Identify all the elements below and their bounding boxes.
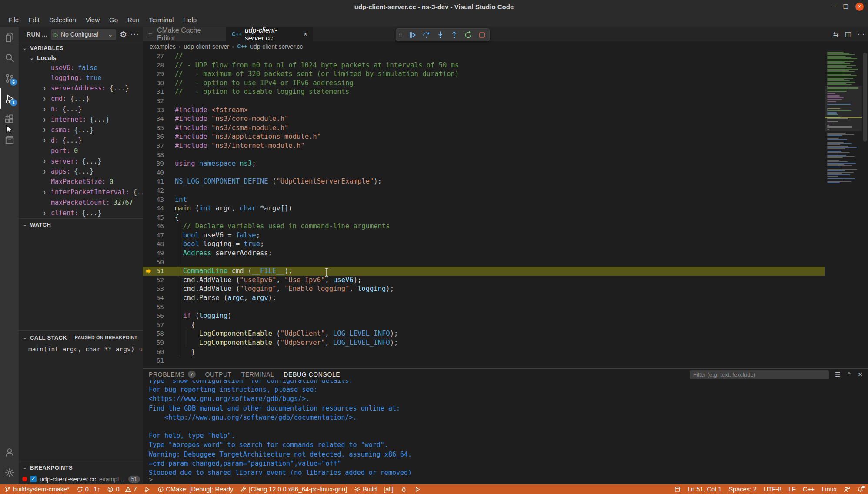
variable-row[interactable]: ❯apps:{...} — [19, 167, 143, 177]
status-item-linux[interactable]: Linux — [821, 486, 837, 493]
variable-row[interactable]: ❯csma:{...} — [19, 125, 143, 135]
line-number[interactable]: 60 — [143, 347, 164, 357]
code-line-47[interactable]: 47 bool useV6 = false; — [143, 231, 825, 240]
stack-frame[interactable]: main(int argc, char ** argv) u. — [19, 344, 143, 354]
line-number[interactable]: 44 — [143, 204, 164, 213]
close-tab-icon[interactable]: × — [304, 30, 307, 38]
code-line-50[interactable]: 50 — [143, 258, 825, 267]
more-actions-icon[interactable]: ··· — [858, 30, 865, 38]
code-line-30[interactable]: 30// - option to use IPv4 or IPv6 addres… — [143, 79, 825, 88]
step-into-button[interactable] — [435, 30, 445, 40]
code-line-53[interactable]: 53 cmd.AddValue ("logging", "Enable logg… — [143, 284, 825, 294]
breadcrumb-item[interactable]: udp-client-server — [184, 43, 229, 50]
minimap[interactable] — [825, 52, 862, 368]
status-item-ln-51-col-1[interactable]: Ln 51, Col 1 — [688, 486, 721, 493]
status-item-play[interactable] — [414, 486, 421, 493]
line-number[interactable]: 32 — [143, 97, 164, 106]
status-item-spaces-2[interactable]: Spaces: 2 — [728, 486, 757, 493]
panel-tab-output[interactable]: OUTPUT — [205, 369, 232, 380]
variables-header[interactable]: ⌄ VARIABLES — [19, 42, 143, 53]
code-editor[interactable]: 27//28// - UDP flow from n0 to n1 of 102… — [143, 52, 868, 368]
line-number[interactable]: 45 — [143, 213, 164, 222]
panel-tab-terminal[interactable]: TERMINAL — [241, 369, 274, 380]
step-out-button[interactable] — [449, 30, 459, 40]
menu-item-terminal[interactable]: Terminal — [144, 14, 179, 26]
vertical-scrollbar[interactable] — [862, 52, 868, 368]
breadcrumb-item[interactable]: udp-client-server.cc — [250, 43, 303, 50]
line-number[interactable]: 33 — [143, 106, 164, 115]
split-editor-icon[interactable]: ◫ — [845, 30, 851, 38]
more-actions-icon[interactable]: ··· — [130, 30, 139, 39]
menu-item-help[interactable]: Help — [178, 14, 201, 26]
line-number[interactable]: 56 — [143, 311, 164, 320]
breadcrumb-item[interactable]: examples — [150, 43, 176, 50]
code-line-59[interactable]: 59 LogComponentEnable ("UdpServer", LOG_… — [143, 338, 825, 347]
status-item-info[interactable]: CMake: [Debug]: Ready — [157, 486, 234, 493]
code-line-31[interactable]: 31// - option to disable logging stateme… — [143, 87, 825, 97]
variable-row[interactable]: ❯internet:{...} — [19, 114, 143, 125]
variable-row[interactable]: ❯cmd:{...} — [19, 93, 143, 104]
code-line-51[interactable]: 51 CommandLine cmd (__FILE__); — [143, 267, 825, 276]
line-number[interactable]: 58 — [143, 329, 164, 338]
activity-item-run-and-debug[interactable]: 1 — [0, 88, 19, 109]
status-item-sync[interactable]: 0↓ 1↑ — [77, 486, 100, 493]
line-number[interactable]: 37 — [143, 141, 164, 150]
debug-console-input[interactable]: > — [143, 475, 868, 484]
editor-tab-udp-client-server-cc[interactable]: C++udp-client-server.cc× — [227, 27, 313, 41]
variable-row[interactable]: ❯client:{...} — [19, 208, 143, 218]
chevron-right-icon[interactable]: ❯ — [43, 86, 51, 91]
console-filter-input[interactable] — [690, 370, 829, 379]
chevron-right-icon[interactable]: ❯ — [43, 190, 51, 195]
chevron-right-icon[interactable]: ❯ — [43, 169, 51, 174]
line-number[interactable]: 46 — [143, 222, 164, 231]
code-line-36[interactable]: 36#include "ns3/applications-module.h" — [143, 132, 825, 141]
restart-button[interactable] — [463, 30, 473, 40]
line-number[interactable]: 42 — [143, 186, 164, 195]
variable-row[interactable]: ❯server:{...} — [19, 156, 143, 167]
code-line-39[interactable]: 39using namespace ns3; — [143, 159, 825, 168]
code-line-57[interactable]: 57 { — [143, 320, 825, 330]
line-number[interactable]: 50 — [143, 258, 164, 267]
start-debug-icon[interactable]: ▷ — [54, 31, 58, 38]
status-item-utf-8[interactable]: UTF-8 — [764, 486, 781, 493]
activity-item-cmake[interactable] — [0, 129, 19, 150]
line-number[interactable]: 47 — [143, 231, 164, 240]
code-line-35[interactable]: 35#include "ns3/csma-module.h" — [143, 124, 825, 133]
step-over-button[interactable] — [421, 30, 431, 40]
menu-item-file[interactable]: File — [3, 14, 23, 26]
menu-item-run[interactable]: Run — [123, 14, 144, 26]
code-line-41[interactable]: 41NS_LOG_COMPONENT_DEFINE ("UdpClientSer… — [143, 177, 825, 186]
line-number[interactable]: 54 — [143, 294, 164, 303]
line-number[interactable]: 52 — [143, 276, 164, 285]
maximize-panel-icon[interactable]: ⌃ — [847, 371, 852, 378]
variable-row[interactable]: port:0 — [19, 146, 143, 156]
activity-item-source-control[interactable]: 6 — [0, 68, 19, 88]
status-item-tools[interactable]: [Clang 12.0.0 x86_64-pc-linux-gnu] — [240, 486, 347, 493]
activity-item-settings[interactable] — [0, 462, 19, 483]
line-number[interactable]: 57 — [143, 320, 164, 330]
line-number[interactable]: 29 — [143, 70, 164, 79]
line-number[interactable]: 34 — [143, 114, 164, 124]
code-line-44[interactable]: 44main (int argc, char *argv[]) — [143, 204, 825, 213]
locals-scope[interactable]: ⌄ Locals — [19, 53, 143, 63]
code-line-33[interactable]: 33#include <fstream> — [143, 106, 825, 115]
line-number[interactable]: 43 — [143, 195, 164, 204]
chevron-right-icon[interactable]: ❯ — [43, 127, 51, 133]
code-line-45[interactable]: 45{ — [143, 213, 825, 222]
status-item-feedback[interactable] — [844, 486, 850, 493]
status-item-branch[interactable]: buildsystem-cmake* — [4, 486, 70, 493]
code-line-49[interactable]: 49 Address serverAddress; — [143, 249, 825, 258]
code-line-60[interactable]: 60 } — [143, 347, 825, 357]
line-number[interactable]: 48 — [143, 240, 164, 249]
activity-item-account[interactable] — [0, 442, 19, 462]
status-item-error[interactable]: 07 — [107, 486, 137, 493]
status-item-c++[interactable]: C++ — [803, 486, 815, 493]
code-line-55[interactable]: 55 — [143, 303, 825, 312]
panel-tab-problems[interactable]: PROBLEMS7 — [149, 369, 196, 380]
code-line-27[interactable]: 27// — [143, 52, 825, 61]
code-line-28[interactable]: 28// - UDP flow from n0 to n1 of 1024 by… — [143, 61, 825, 70]
code-line-34[interactable]: 34#include "ns3/core-module.h" — [143, 114, 825, 124]
variable-row[interactable]: useV6:false — [19, 63, 143, 73]
code-line-38[interactable]: 38 — [143, 150, 825, 160]
watch-header[interactable]: ⌄ WATCH — [19, 219, 143, 230]
